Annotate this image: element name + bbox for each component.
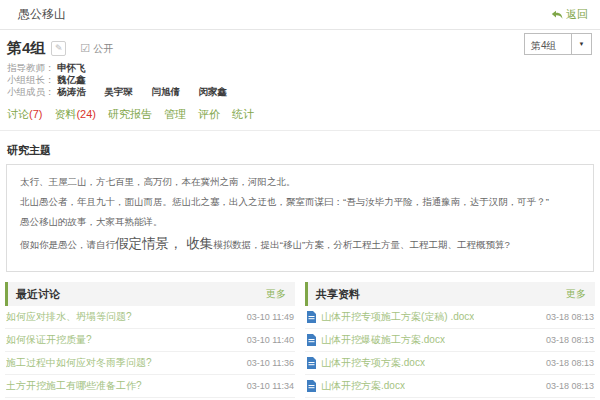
- discussion-link[interactable]: 如何保证开挖质量?: [6, 333, 92, 347]
- panel-title: 最近讨论: [16, 287, 60, 302]
- file-link[interactable]: 山体开挖方案.docx: [306, 379, 405, 393]
- file-item: 山体开挖专项方案.docx 03-18 08:13: [305, 352, 595, 375]
- tab-statistics[interactable]: 统计: [232, 107, 254, 130]
- shared-files-header: 共享资料 更多: [305, 282, 595, 306]
- word-file-icon: [306, 380, 317, 392]
- discussions-more-link[interactable]: 更多: [266, 287, 286, 301]
- checkbox-checked-icon: ☑: [80, 43, 90, 54]
- research-topic-title: 研究主题: [0, 131, 600, 164]
- meta-members: 小组成员： 杨涛浩 吴宇琛 闫旭倩 闵家鑫: [7, 86, 592, 98]
- edit-group-icon[interactable]: ✎: [51, 41, 66, 56]
- discussion-date: 03-10 11:34: [247, 381, 294, 391]
- tab-discussion[interactable]: 讨论(7): [7, 107, 42, 130]
- member-name: 杨涛浩: [57, 86, 86, 97]
- chevron-down-icon: ▼: [571, 34, 591, 54]
- group-meta: 指导教师： 申怀飞 小组组长： 魏亿鑫 小组成员： 杨涛浩 吴宇琛 闫旭倩 闵家…: [0, 61, 600, 98]
- file-item: 山体开挖方案.docx 03-18 08:13: [305, 375, 595, 398]
- tab-evaluation[interactable]: 评价: [198, 107, 220, 130]
- tab-materials[interactable]: 资料(24): [54, 107, 96, 130]
- file-link[interactable]: 山体开挖爆破施工方案.docx: [306, 333, 445, 347]
- discussion-item: 施工过程中如何应对冬雨季问题? 03-10 11:36: [5, 352, 295, 375]
- discussion-date: 03-10 11:36: [247, 358, 294, 368]
- meta-teacher: 指导教师： 申怀飞: [7, 62, 592, 74]
- top-bar: 愚公移山 返回: [0, 0, 600, 30]
- word-file-icon: [306, 311, 317, 323]
- discussion-item: 如何应对排水、坍塌等问题? 03-10 11:49: [5, 306, 295, 329]
- word-file-icon: [306, 357, 317, 369]
- research-topic-box: 太行、王屋二山，方七百里，高万仞，本在冀州之南，河阳之北。 北山愚公者，年且九十…: [6, 164, 594, 272]
- word-file-icon: [306, 334, 317, 346]
- tab-manage[interactable]: 管理: [164, 107, 186, 130]
- materials-count: (24): [76, 108, 96, 120]
- discussion-item: 土方开挖施工有哪些准备工作? 03-10 11:34: [5, 375, 295, 398]
- tab-bar: 讨论(7) 资料(24) 研究报告 管理 评价 统计: [0, 98, 600, 131]
- discussion-item: 如何保证开挖质量? 03-10 11:40: [5, 329, 295, 352]
- meta-leader: 小组组长： 魏亿鑫: [7, 74, 592, 86]
- discussion-count: (7): [29, 108, 42, 120]
- back-arrow-icon: [551, 10, 563, 20]
- files-more-link[interactable]: 更多: [566, 287, 586, 301]
- discussion-date: 03-10 11:40: [247, 335, 294, 345]
- discussion-link[interactable]: 施工过程中如何应对冬雨季问题?: [6, 356, 152, 370]
- shared-files-panel: 共享资料 更多 山体开挖专项施工方案(定稿) .docx 03-18 08:13…: [305, 282, 595, 400]
- discussion-link[interactable]: 土方开挖施工有哪些准备工作?: [6, 379, 142, 393]
- file-link[interactable]: 山体开挖专项施工方案(定稿) .docx: [306, 310, 474, 324]
- file-item: 山体开挖爆破施工方案.docx 03-18 08:13: [305, 329, 595, 352]
- panel-title: 共享资料: [316, 287, 360, 302]
- recent-discussions-panel: 最近讨论 更多 如何应对排水、坍塌等问题? 03-10 11:49 如何保证开挖…: [5, 282, 295, 400]
- file-date: 03-18 08:13: [546, 381, 594, 391]
- file-date: 03-18 08:13: [546, 335, 594, 345]
- topic-line: 愚公移山的故事，大家耳熟能详。: [20, 216, 580, 227]
- topic-line: 北山愚公者，年且九十，面山而居。惩山北之塞，出入之迂也，聚室而谋曰：“吾与汝毕力…: [20, 196, 580, 207]
- topic-line: 太行、王屋二山，方七百里，高万仞，本在冀州之南，河阳之北。: [20, 176, 580, 187]
- group-selector-value: 第4组: [525, 34, 571, 54]
- back-button[interactable]: 返回: [551, 7, 588, 22]
- course-title: 愚公移山: [18, 6, 66, 23]
- discussion-link[interactable]: 如何应对排水、坍塌等问题?: [6, 310, 132, 324]
- topic-line: 假如你是愚公，请自行假定情景， 收集模拟数据，提出“移山”方案，分析工程土方量、…: [20, 236, 580, 252]
- bottom-panels: 最近讨论 更多 如何应对排水、坍塌等问题? 03-10 11:49 如何保证开挖…: [5, 282, 595, 400]
- group-name: 第4组: [7, 39, 45, 58]
- topic-emphasis: 假定情景， 收集: [115, 236, 213, 251]
- member-name: 闫旭倩: [151, 86, 180, 97]
- group-header: 第4组 ✎ ☑ 公开 第4组 ▼: [0, 30, 600, 61]
- file-link[interactable]: 山体开挖专项方案.docx: [306, 356, 425, 370]
- group-selector[interactable]: 第4组 ▼: [524, 33, 592, 55]
- file-date: 03-18 08:13: [546, 358, 594, 368]
- file-item: 山体开挖专项施工方案(定稿) .docx 03-18 08:13: [305, 306, 595, 329]
- member-name: 吴宇琛: [104, 86, 133, 97]
- file-date: 03-18 08:13: [546, 312, 594, 322]
- tab-research-report[interactable]: 研究报告: [108, 107, 152, 130]
- member-name: 闵家鑫: [199, 86, 228, 97]
- public-toggle[interactable]: ☑ 公开: [80, 42, 113, 56]
- discussion-date: 03-10 11:49: [247, 312, 294, 322]
- recent-discussions-header: 最近讨论 更多: [5, 282, 295, 306]
